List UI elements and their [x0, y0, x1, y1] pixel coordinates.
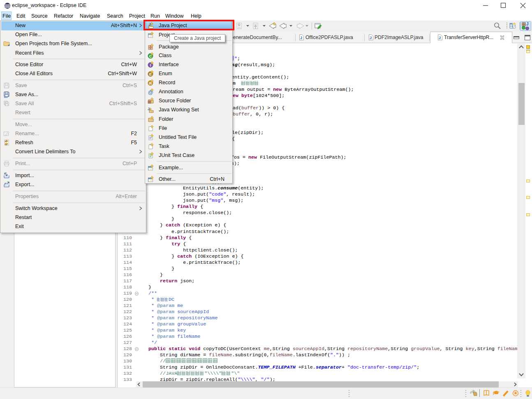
svg-text:J: J — [439, 36, 441, 40]
svg-text:E: E — [149, 72, 152, 76]
svg-text:J: J — [370, 36, 372, 40]
svg-text:J: J — [526, 22, 529, 26]
svg-text:J: J — [300, 36, 302, 40]
svg-text:I: I — [150, 63, 151, 67]
